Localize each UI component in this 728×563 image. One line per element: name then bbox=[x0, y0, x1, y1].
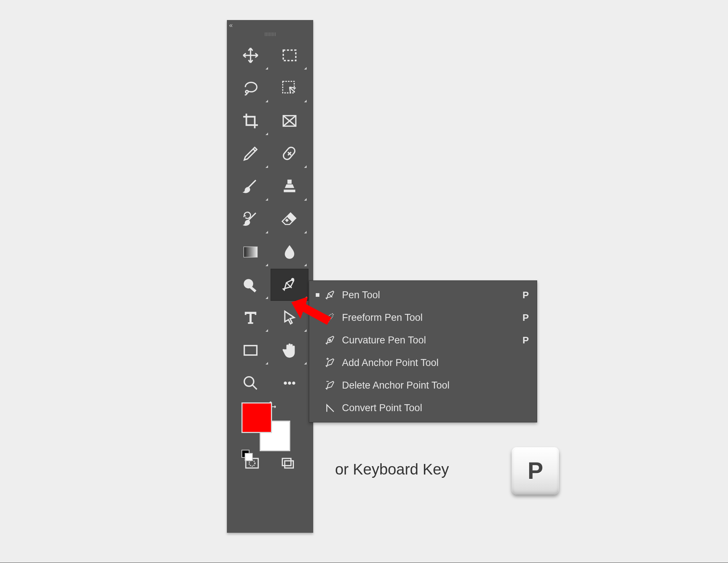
svg-rect-17 bbox=[282, 458, 291, 466]
svg-point-8 bbox=[292, 279, 294, 281]
pen-tool-flyout: Pen Tool P Freeform Pen Tool P Curvature… bbox=[309, 280, 537, 422]
rectangular-marquee-tool[interactable] bbox=[271, 40, 308, 71]
tools-panel: « bbox=[227, 20, 313, 533]
flyout-item-label: Freeform Pen Tool bbox=[340, 312, 518, 323]
freeform-pen-tool-icon bbox=[322, 311, 340, 324]
collapse-panel-icon[interactable]: « bbox=[229, 21, 231, 29]
zoom-tool[interactable] bbox=[232, 367, 269, 399]
svg-point-1 bbox=[246, 90, 248, 93]
flyout-item-pen-tool[interactable]: Pen Tool P bbox=[309, 284, 537, 306]
curvature-pen-tool-icon bbox=[322, 334, 340, 346]
flyout-item-label: Curvature Pen Tool bbox=[340, 335, 518, 346]
flyout-item-label: Delete Anchor Point Tool bbox=[340, 380, 518, 391]
edit-toolbar[interactable] bbox=[271, 367, 308, 399]
svg-rect-9 bbox=[244, 346, 257, 355]
svg-rect-16 bbox=[285, 461, 294, 468]
pen-tool[interactable] bbox=[271, 269, 308, 300]
object-selection-tool[interactable] bbox=[271, 72, 308, 104]
hand-tool[interactable] bbox=[271, 335, 308, 366]
lasso-tool[interactable] bbox=[232, 72, 269, 104]
convert-point-tool-icon bbox=[322, 402, 340, 414]
screen-mode[interactable] bbox=[280, 456, 296, 472]
svg-point-11 bbox=[284, 382, 287, 385]
flyout-item-shortcut: P bbox=[518, 290, 529, 301]
crop-tool[interactable] bbox=[232, 105, 269, 137]
gradient-tool[interactable] bbox=[232, 236, 269, 268]
svg-rect-5 bbox=[244, 247, 257, 257]
svg-rect-7 bbox=[250, 286, 257, 292]
keycap-letter: P bbox=[528, 457, 543, 484]
blur-tool[interactable] bbox=[271, 236, 308, 268]
flyout-item-label: Add Anchor Point Tool bbox=[340, 357, 518, 369]
svg-rect-0 bbox=[283, 50, 296, 61]
flyout-item-label: Convert Point Tool bbox=[340, 402, 518, 414]
flyout-item-add-anchor-point-tool[interactable]: Add Anchor Point Tool bbox=[309, 351, 537, 374]
history-brush-tool[interactable] bbox=[232, 204, 269, 235]
healing-brush-tool[interactable] bbox=[271, 138, 308, 169]
svg-point-10 bbox=[244, 377, 254, 386]
brush-tool[interactable] bbox=[232, 171, 269, 202]
svg-point-15 bbox=[249, 460, 255, 466]
svg-point-13 bbox=[292, 382, 295, 385]
path-selection-tool[interactable] bbox=[271, 302, 308, 333]
add-anchor-point-tool-icon bbox=[322, 357, 340, 369]
flyout-item-curvature-pen-tool[interactable]: Curvature Pen Tool P bbox=[309, 329, 537, 351]
keyboard-key-p: P bbox=[512, 447, 559, 495]
eraser-tool[interactable] bbox=[271, 204, 308, 235]
flyout-item-delete-anchor-point-tool[interactable]: Delete Anchor Point Tool bbox=[309, 374, 537, 397]
clone-stamp-tool[interactable] bbox=[271, 171, 308, 202]
panel-grip-icon[interactable] bbox=[227, 30, 313, 40]
annotation-label: or Keyboard Key bbox=[335, 461, 449, 478]
frame-tool[interactable] bbox=[271, 105, 308, 137]
svg-point-12 bbox=[288, 382, 291, 385]
flyout-item-convert-point-tool[interactable]: Convert Point Tool bbox=[309, 397, 537, 419]
flyout-item-label: Pen Tool bbox=[340, 290, 518, 301]
svg-point-18 bbox=[329, 339, 331, 341]
selected-indicator-icon bbox=[316, 293, 319, 297]
rectangle-tool[interactable] bbox=[232, 335, 269, 366]
flyout-item-shortcut: P bbox=[518, 335, 529, 346]
dodge-tool[interactable] bbox=[232, 269, 269, 300]
pen-tool-icon bbox=[322, 289, 340, 301]
foreground-color-swatch[interactable] bbox=[241, 402, 272, 433]
move-tool[interactable] bbox=[232, 40, 269, 71]
delete-anchor-point-tool-icon bbox=[322, 379, 340, 391]
flyout-item-freeform-pen-tool[interactable]: Freeform Pen Tool P bbox=[309, 306, 537, 329]
type-tool[interactable] bbox=[232, 302, 269, 333]
flyout-item-shortcut: P bbox=[518, 312, 529, 323]
eyedropper-tool[interactable] bbox=[232, 138, 269, 169]
